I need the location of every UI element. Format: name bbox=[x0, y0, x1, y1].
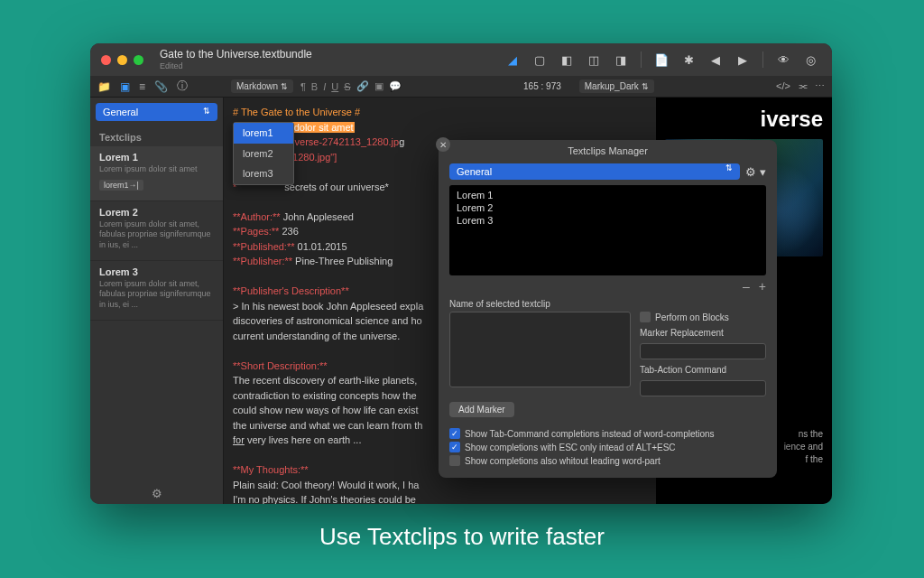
sidebar-category-select[interactable]: General⇅ bbox=[96, 103, 217, 121]
toolbar-icons: ◢ ▢ ◧ ◫ ◨ 📄 ✱ ◀ ▶ 👁 ◎ bbox=[502, 50, 821, 70]
zoom-window-button[interactable] bbox=[134, 55, 143, 65]
popup-textarea[interactable] bbox=[449, 312, 631, 387]
sidebar-item-tag: lorem1→| bbox=[99, 180, 143, 191]
layout-left-icon[interactable]: ◧ bbox=[556, 50, 578, 70]
italic-button[interactable]: I bbox=[323, 81, 326, 92]
chk-no-leading[interactable] bbox=[449, 455, 460, 466]
popup-list-item[interactable]: Lorem 1 bbox=[457, 189, 759, 201]
popup-list-item[interactable]: Lorem 3 bbox=[457, 214, 759, 227]
more-icon[interactable]: ⋯ bbox=[815, 80, 825, 92]
comment-button[interactable]: 💬 bbox=[389, 80, 402, 92]
autocomplete-popup: lorem1 lorem2 lorem3 bbox=[233, 122, 294, 185]
layout-right-icon[interactable]: ◨ bbox=[610, 50, 632, 70]
tag-icon[interactable]: ◢ bbox=[502, 50, 523, 70]
add-clip-button[interactable]: + bbox=[759, 279, 766, 294]
popup-close-button[interactable]: ✕ bbox=[436, 137, 450, 152]
window-title: Gate to the Universe.textbundle bbox=[160, 48, 312, 61]
list-icon[interactable]: ≡ bbox=[139, 80, 145, 93]
sidebar: General⇅ Textclips Lorem 1 Lorem ipsum d… bbox=[90, 98, 224, 504]
perform-blocks-checkbox[interactable] bbox=[640, 312, 651, 322]
asterisk-icon[interactable]: ✱ bbox=[678, 50, 699, 70]
share-icon[interactable]: ⫘ bbox=[798, 80, 808, 92]
sidebar-items: Lorem 1 Lorem ipsum dolor sit amet lorem… bbox=[90, 146, 223, 482]
sidebar-settings-icon[interactable]: ⚙ bbox=[90, 482, 223, 504]
pilcrow-icon[interactable]: ¶ bbox=[300, 81, 306, 92]
minimize-window-button[interactable] bbox=[117, 55, 127, 65]
popup-gear-icon[interactable]: ⚙ ▾ bbox=[745, 165, 766, 179]
image-button[interactable]: ▣ bbox=[374, 80, 383, 92]
marketing-caption: Use Textclips to write faster bbox=[0, 523, 924, 551]
strike-button[interactable]: S bbox=[344, 81, 350, 92]
document-add-icon[interactable]: 📄 bbox=[651, 50, 672, 70]
underline-button[interactable]: U bbox=[331, 81, 338, 92]
target-icon[interactable]: ◎ bbox=[799, 50, 821, 70]
link-button[interactable]: 🔗 bbox=[356, 80, 369, 92]
window-title-wrap: Gate to the Universe.textbundle Edited bbox=[160, 48, 312, 70]
code-icon[interactable]: </> bbox=[776, 80, 790, 92]
popup-title: Textclips Manager bbox=[439, 140, 777, 163]
autocomplete-item[interactable]: lorem2 bbox=[234, 144, 293, 164]
preview-icon[interactable]: 👁 bbox=[772, 50, 794, 70]
chk-tab-command[interactable]: ✓ bbox=[449, 428, 460, 439]
char-counter: 165 : 973 bbox=[523, 81, 561, 91]
autocomplete-item[interactable]: lorem3 bbox=[234, 163, 293, 184]
folder-icon[interactable]: 📁 bbox=[97, 80, 111, 93]
format-select[interactable]: Markdown ⇅ bbox=[231, 79, 293, 93]
layout-split-icon[interactable]: ◫ bbox=[583, 50, 605, 70]
info-icon[interactable]: ⓘ bbox=[177, 79, 188, 94]
popup-category-select[interactable]: General⇅ bbox=[449, 163, 740, 180]
sidebar-item-lorem1[interactable]: Lorem 1 Lorem ipsum dolor sit amet lorem… bbox=[90, 146, 223, 201]
popup-list-item[interactable]: Lorem 2 bbox=[457, 201, 759, 214]
add-marker-button[interactable]: Add Marker bbox=[449, 402, 514, 417]
redo-icon[interactable]: ▶ bbox=[732, 50, 753, 70]
sidebar-header: Textclips bbox=[90, 126, 223, 146]
sidebar-item-lorem2[interactable]: Lorem 2 Lorem ipsum dolor sit amet, fabu… bbox=[90, 201, 223, 261]
marker-replacement-input[interactable] bbox=[640, 343, 766, 359]
traffic-lights bbox=[101, 55, 143, 65]
popup-name-label: Name of selected textclip bbox=[449, 299, 766, 309]
remove-clip-button[interactable]: – bbox=[743, 279, 750, 294]
preview-title: iverse bbox=[665, 107, 823, 132]
close-window-button[interactable] bbox=[101, 55, 111, 65]
sidebar-item-lorem3[interactable]: Lorem 3 Lorem ipsum dolor sit amet, fabu… bbox=[90, 261, 223, 321]
undo-icon[interactable]: ◀ bbox=[705, 50, 726, 70]
textclips-manager-popup: ✕ Textclips Manager General⇅ ⚙ ▾ Lorem 1… bbox=[439, 140, 777, 478]
chk-esc-only[interactable]: ✓ bbox=[449, 442, 460, 452]
clips-icon[interactable]: ▣ bbox=[120, 80, 130, 93]
tab-action-input[interactable] bbox=[640, 380, 766, 396]
autocomplete-item[interactable]: lorem1 bbox=[234, 123, 293, 144]
theme-select[interactable]: Markup_Dark ⇅ bbox=[579, 79, 654, 93]
titlebar: Gate to the Universe.textbundle Edited ◢… bbox=[90, 43, 832, 76]
layout-single-icon[interactable]: ▢ bbox=[529, 50, 550, 70]
popup-clip-list[interactable]: Lorem 1 Lorem 2 Lorem 3 bbox=[449, 185, 766, 275]
bold-button[interactable]: B bbox=[311, 81, 318, 92]
attachment-icon[interactable]: 📎 bbox=[154, 80, 168, 93]
window-subtitle: Edited bbox=[160, 61, 312, 71]
format-toolbar: 📁 ▣ ≡ 📎 ⓘ Markdown ⇅ ¶ B I U S 🔗 ▣ 💬 165… bbox=[90, 76, 832, 98]
